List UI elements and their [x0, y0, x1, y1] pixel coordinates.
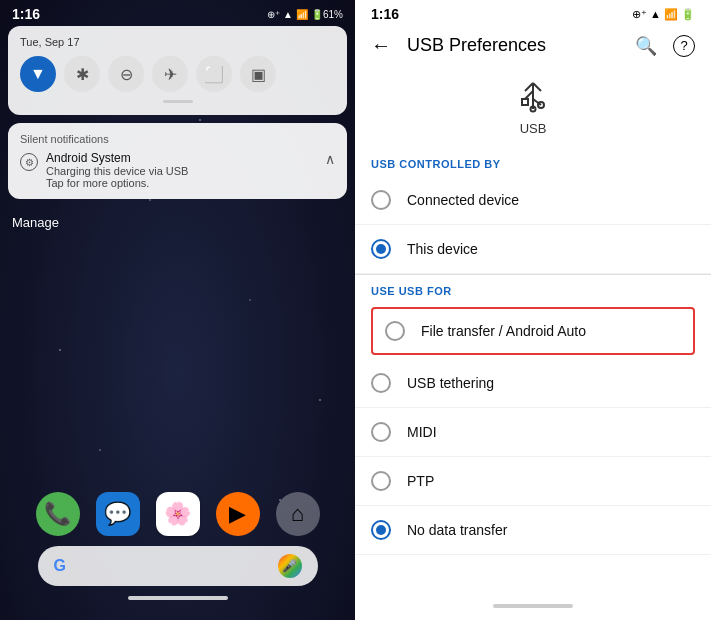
option-file-transfer-label: File transfer / Android Auto	[421, 323, 586, 339]
right-status-time: 1:16	[371, 6, 399, 22]
usb-label: USB	[520, 121, 547, 136]
bottom-handle	[493, 604, 573, 608]
app-row: 📞 💬 🌸 ▶ ⌂	[36, 492, 320, 536]
qs-drag-handle	[163, 100, 193, 103]
app-bar-icons: 🔍 ?	[635, 35, 695, 57]
app-home[interactable]: ⌂	[276, 492, 320, 536]
option-this-device[interactable]: This device	[355, 225, 711, 274]
radio-midi	[371, 422, 391, 442]
radio-connected-device	[371, 190, 391, 210]
option-midi-label: MIDI	[407, 424, 437, 440]
option-ptp[interactable]: PTP	[355, 457, 711, 506]
search-icon[interactable]: 🔍	[635, 35, 657, 57]
left-panel: 1:16 ⊕⁺ ▲ 📶 🔋61% Tue, Sep 17 ▼ ✱ ⊖ ✈ ⬜ ▣	[0, 0, 355, 620]
qs-airplane-btn[interactable]: ✈	[152, 56, 188, 92]
left-status-bar: 1:16 ⊕⁺ ▲ 📶 🔋61%	[0, 0, 355, 26]
notif-expand-icon[interactable]: ∧	[325, 151, 335, 167]
option-no-data[interactable]: No data transfer	[355, 506, 711, 555]
option-connected-device[interactable]: Connected device	[355, 176, 711, 225]
notification-area: Tue, Sep 17 ▼ ✱ ⊖ ✈ ⬜ ▣ Silent notificat…	[8, 26, 347, 207]
qs-flashlight-btn[interactable]: ⬜	[196, 56, 232, 92]
quick-settings-card: Tue, Sep 17 ▼ ✱ ⊖ ✈ ⬜ ▣	[8, 26, 347, 115]
option-midi[interactable]: MIDI	[355, 408, 711, 457]
notif-left: ⚙ Android System Charging this device vi…	[20, 151, 188, 189]
google-search-bar[interactable]: G 🎤	[38, 546, 318, 586]
manage-button[interactable]: Manage	[0, 207, 355, 238]
svg-line-1	[525, 83, 533, 91]
qs-icons-row: ▼ ✱ ⊖ ✈ ⬜ ▣	[20, 56, 335, 92]
app-messages[interactable]: 💬	[96, 492, 140, 536]
radio-this-device	[371, 239, 391, 259]
settings-content: USB CONTROLLED BY Connected device This …	[355, 148, 711, 596]
radio-ptp	[371, 471, 391, 491]
app-youtube-music[interactable]: ▶	[216, 492, 260, 536]
left-status-time: 1:16	[12, 6, 40, 22]
svg-line-2	[533, 83, 541, 91]
option-this-device-label: This device	[407, 241, 478, 257]
google-g-icon: G	[54, 557, 66, 575]
option-usb-tethering[interactable]: USB tethering	[355, 359, 711, 408]
bottom-dock: 📞 💬 🌸 ▶ ⌂ G 🎤	[0, 492, 355, 600]
radio-usb-tethering	[371, 373, 391, 393]
notif-text-block: Android System Charging this device via …	[46, 151, 188, 189]
usb-icon-area: USB	[355, 65, 711, 148]
option-no-data-label: No data transfer	[407, 522, 507, 538]
app-google-photos[interactable]: 🌸	[156, 492, 200, 536]
right-panel: 1:16 ⊕⁺ ▲ 📶 🔋 ← USB Preferences 🔍 ? US	[355, 0, 711, 620]
right-status-icons: ⊕⁺ ▲ 📶 🔋	[632, 8, 695, 21]
app-phone[interactable]: 📞	[36, 492, 80, 536]
home-indicator-bar	[128, 596, 228, 600]
qs-vpn-btn[interactable]: ▼	[20, 56, 56, 92]
radio-file-transfer	[385, 321, 405, 341]
android-system-icon: ⚙	[20, 153, 38, 171]
section-use-usb-for: USE USB FOR	[355, 275, 711, 303]
option-usb-tethering-label: USB tethering	[407, 375, 494, 391]
right-status-bar: 1:16 ⊕⁺ ▲ 📶 🔋	[355, 0, 711, 26]
qs-bluetooth-btn[interactable]: ✱	[64, 56, 100, 92]
google-mic-icon[interactable]: 🎤	[278, 554, 302, 578]
notif-desc: Tap for more options.	[46, 177, 188, 189]
notif-item: ⚙ Android System Charging this device vi…	[20, 151, 335, 189]
svg-rect-5	[522, 99, 528, 105]
silent-label: Silent notifications	[20, 133, 335, 145]
radio-no-data	[371, 520, 391, 540]
section-controlled-by: USB CONTROLLED BY	[355, 148, 711, 176]
help-icon[interactable]: ?	[673, 35, 695, 57]
back-button[interactable]: ←	[371, 34, 391, 57]
app-bar: ← USB Preferences 🔍 ?	[355, 26, 711, 65]
usb-symbol-icon	[515, 81, 551, 117]
app-title: USB Preferences	[407, 35, 635, 56]
qs-dnd-btn[interactable]: ⊖	[108, 56, 144, 92]
qs-screen-btn[interactable]: ▣	[240, 56, 276, 92]
notif-title: Charging this device via USB	[46, 165, 188, 177]
notif-source: Android System	[46, 151, 188, 165]
qs-date: Tue, Sep 17	[20, 36, 335, 48]
option-ptp-label: PTP	[407, 473, 434, 489]
option-file-transfer[interactable]: File transfer / Android Auto	[371, 307, 695, 355]
silent-notif-card: Silent notifications ⚙ Android System Ch…	[8, 123, 347, 199]
option-connected-device-label: Connected device	[407, 192, 519, 208]
svg-line-3	[525, 91, 533, 99]
left-status-icons: ⊕⁺ ▲ 📶 🔋61%	[267, 9, 343, 20]
